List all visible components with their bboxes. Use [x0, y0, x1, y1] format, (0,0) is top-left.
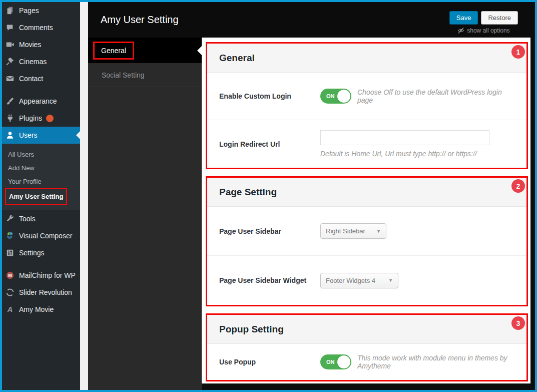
section-popup-setting-header: Popup Setting: [207, 315, 526, 344]
sidebar-item-visual-composer[interactable]: Visual Composer: [2, 227, 80, 244]
chevron-down-icon: ▼: [369, 229, 381, 234]
sidebar-item-comments[interactable]: Comments: [2, 19, 80, 36]
setting-row-enable-custom-login: Enable Custom Login ON Choose Off to use…: [207, 73, 526, 120]
tab-general[interactable]: General: [88, 38, 202, 63]
comments-icon: [5, 23, 15, 33]
settings-icon: [5, 248, 15, 258]
sidebar-item-label: Settings: [19, 249, 45, 257]
use-popup-toggle[interactable]: ON: [320, 354, 351, 369]
settings-content: 1 General Enable Custom Login ON: [202, 38, 535, 390]
page-user-sidebar-widget-select[interactable]: Footer Widgets 4 ▼: [320, 273, 398, 288]
save-button[interactable]: Save: [449, 11, 478, 25]
sidebar-item-slider-revolution[interactable]: Slider Revolution: [2, 284, 80, 301]
active-tab-arrow-icon: [197, 46, 202, 55]
restore-button[interactable]: Restore: [481, 11, 518, 25]
setting-label: Page User Sidebar: [219, 227, 320, 235]
select-value: Right Sidebar: [326, 227, 365, 235]
sidebar-item-plugins[interactable]: Plugins: [2, 110, 80, 127]
sidebar-item-pages[interactable]: Pages: [2, 2, 80, 19]
setting-row-use-popup: Use Popup ON This mode work with module …: [207, 344, 526, 380]
sidebar-item-settings[interactable]: Settings: [2, 244, 80, 261]
settings-header: Amy User Setting Save Restore show all o…: [88, 2, 535, 38]
submenu-label: All Users: [8, 151, 34, 158]
plugins-icon: [5, 113, 15, 123]
sidebar-item-label: Users: [19, 131, 38, 139]
section-page-setting: 2 Page Setting Page User Sidebar Right S…: [206, 176, 528, 306]
mailchimp-icon: M: [5, 270, 15, 280]
annotation-box-amy-user-setting: Amy User Setting: [5, 188, 67, 205]
appearance-icon: [5, 96, 15, 106]
sidebar-separator: [2, 261, 80, 267]
enable-custom-login-toggle[interactable]: ON: [320, 89, 351, 104]
pages-icon: [5, 6, 15, 16]
sidebar-content-gap: [80, 2, 88, 390]
toggle-knob: [337, 355, 350, 368]
submenu-item-all-users[interactable]: All Users: [2, 148, 80, 161]
sidebar-item-amy-movie[interactable]: A Amy Movie: [2, 301, 80, 318]
section-title: Page Setting: [219, 187, 277, 198]
submenu-label: Your Profile: [8, 178, 42, 185]
submenu-item-add-new[interactable]: Add New: [2, 161, 80, 175]
sidebar-item-movies[interactable]: Movies: [2, 36, 80, 53]
plugins-update-badge: [46, 115, 54, 122]
show-all-options-label: show all options: [467, 27, 509, 34]
annotation-badge-2: 2: [511, 179, 525, 193]
toggle-on-label: ON: [326, 359, 335, 365]
settings-page: Amy User Setting Save Restore show all o…: [88, 2, 535, 390]
sidebar-item-label: Contact: [19, 75, 43, 83]
section-page-setting-header: Page Setting: [207, 178, 526, 207]
toggle-knob: [337, 90, 350, 103]
screenshot-frame: Pages Comments Movies Cinemas Contact: [0, 0, 537, 392]
page-user-sidebar-select[interactable]: Right Sidebar ▼: [320, 223, 386, 239]
section-title: Popup Setting: [219, 324, 284, 335]
tools-icon: [5, 214, 15, 224]
login-redirect-url-input[interactable]: [320, 130, 489, 145]
setting-label: Use Popup: [219, 358, 320, 366]
sidebar-item-cinemas[interactable]: Cinemas: [2, 53, 80, 70]
show-all-options-link[interactable]: show all options: [457, 27, 509, 34]
settings-tabs: General Social Setting: [88, 38, 202, 390]
sidebar-item-tools[interactable]: Tools: [2, 210, 80, 227]
sidebar-item-label: Cinemas: [19, 58, 47, 66]
tab-social-setting[interactable]: Social Setting: [88, 63, 202, 87]
active-menu-arrow-icon: [76, 131, 80, 139]
submenu-item-amy-user-setting[interactable]: Amy User Setting: [2, 188, 80, 205]
sidebar-item-label: Slider Revolution: [19, 288, 72, 296]
users-submenu: All Users Add New Your Profile Amy User …: [2, 144, 80, 210]
sidebar-item-mailchimp[interactable]: M MailChimp for WP: [2, 267, 80, 284]
select-value: Footer Widgets 4: [326, 277, 375, 284]
section-general: 1 General Enable Custom Login ON: [206, 42, 528, 169]
eye-slash-icon: [457, 27, 464, 34]
setting-label: Login Redirect Url: [219, 140, 320, 148]
cinemas-icon: [5, 57, 15, 67]
sidebar-item-label: MailChimp for WP: [19, 271, 76, 279]
setting-help-text: Choose Off to use the default WordPress …: [357, 88, 514, 104]
submenu-item-your-profile[interactable]: Your Profile: [2, 175, 80, 188]
contact-icon: [5, 74, 15, 84]
sidebar-separator: [2, 87, 80, 93]
page-title: Amy User Setting: [101, 14, 179, 26]
sidebar-item-appearance[interactable]: Appearance: [2, 93, 80, 110]
setting-help-text: Default is Home Url, Url must type http:…: [320, 150, 477, 158]
header-actions: Save Restore show all options: [449, 6, 518, 34]
svg-text:M: M: [8, 273, 12, 278]
sidebar-item-contact[interactable]: Contact: [2, 70, 80, 87]
section-popup-setting: 3 Popup Setting Use Popup ON Th: [206, 313, 528, 381]
amy-movie-icon: A: [5, 304, 15, 314]
users-icon: [5, 130, 15, 140]
section-general-header: General: [207, 44, 526, 73]
sidebar-item-label: Visual Composer: [19, 232, 72, 240]
admin-sidebar: Pages Comments Movies Cinemas Contact: [2, 2, 80, 390]
sidebar-item-users[interactable]: Users: [2, 127, 80, 144]
chevron-down-icon: ▼: [381, 278, 393, 283]
sidebar-item-label: Tools: [19, 215, 36, 223]
sidebar-item-label: Movies: [19, 41, 41, 49]
annotation-badge-3: 3: [511, 316, 525, 330]
sidebar-item-label: Comments: [19, 24, 53, 32]
setting-row-page-user-sidebar: Page User Sidebar Right Sidebar ▼: [207, 207, 526, 256]
settings-panel: 1 General Enable Custom Login ON: [202, 38, 530, 383]
setting-row-page-user-sidebar-widget: Page User Sidebar Widget Footer Widgets …: [207, 256, 526, 305]
sidebar-item-label: Pages: [19, 7, 39, 15]
section-title: General: [219, 53, 255, 64]
sidebar-item-label: Plugins: [19, 114, 42, 122]
